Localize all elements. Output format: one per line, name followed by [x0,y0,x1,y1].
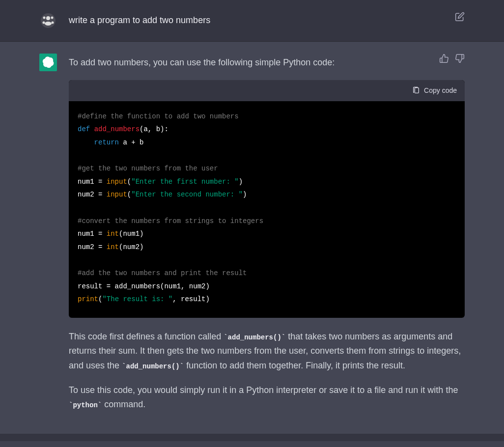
user-content: write a program to add two numbers [69,12,465,29]
user-actions [455,12,465,22]
user-avatar [39,12,57,29]
assistant-content: To add two numbers, you can use the foll… [69,54,465,422]
code-block: Copy code #define the function to add tw… [69,80,465,318]
code-header: Copy code [69,80,465,101]
inline-code: `python` [69,401,102,409]
user-message-row: write a program to add two numbers [0,0,504,42]
assistant-message-row: To add two numbers, you can use the foll… [0,42,504,434]
inline-code: `add_numbers()` [122,363,184,370]
input-bar-edge [0,441,504,447]
svg-rect-7 [415,88,419,93]
code-body[interactable]: #define the function to add two numbers … [69,101,465,318]
svg-point-0 [41,13,56,28]
svg-point-1 [46,16,50,20]
assistant-actions [439,54,465,63]
assistant-avatar [39,54,57,71]
edit-icon[interactable] [455,12,465,22]
clipboard-icon [412,86,420,94]
copy-code-label: Copy code [424,85,457,96]
user-prompt-text: write a program to add two numbers [69,14,465,27]
svg-point-4 [51,17,54,19]
thumbs-up-icon[interactable] [439,54,449,63]
svg-point-2 [45,22,52,26]
assistant-paragraph-2: To use this code, you would simply run i… [69,383,465,412]
copy-code-button[interactable]: Copy code [412,85,457,96]
assistant-intro-text: To add two numbers, you can use the foll… [69,56,465,70]
svg-point-6 [52,22,54,24]
svg-point-3 [43,17,46,19]
assistant-paragraph-1: This code first defines a function calle… [69,330,465,373]
inline-code: `add_numbers()` [224,334,285,341]
svg-point-5 [43,22,45,24]
thumbs-down-icon[interactable] [455,54,465,63]
